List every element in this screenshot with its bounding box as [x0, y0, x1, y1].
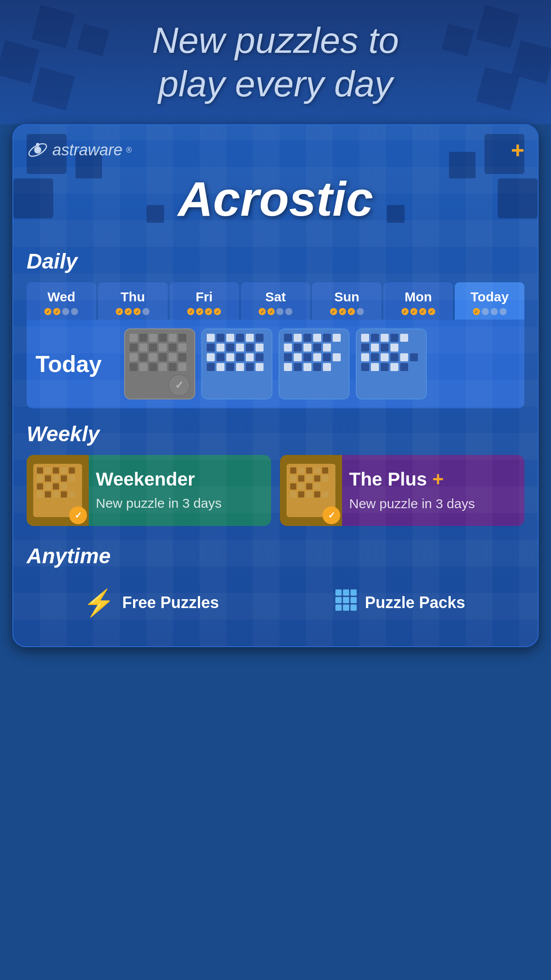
theplus-title: The Plus + [349, 469, 517, 490]
svg-rect-66 [323, 344, 331, 352]
anytime-section: Anytime ⚡ Free Puzzles [27, 544, 524, 628]
svg-rect-14 [169, 344, 177, 352]
svg-rect-10 [130, 344, 138, 352]
puzzle-packs-label: Puzzle Packs [365, 593, 465, 612]
svg-rect-62 [284, 344, 292, 352]
svg-rect-147 [350, 605, 357, 611]
svg-rect-39 [226, 344, 234, 352]
svg-rect-25 [159, 363, 167, 371]
day-tab-fri[interactable]: Fri [169, 282, 239, 320]
svg-rect-37 [207, 344, 215, 352]
svg-rect-144 [350, 597, 357, 603]
svg-rect-50 [216, 363, 224, 371]
day-tab-mon[interactable]: Mon [383, 282, 453, 320]
dot [401, 308, 409, 315]
svg-rect-139 [335, 589, 342, 596]
svg-rect-34 [236, 334, 244, 342]
svg-rect-31 [207, 334, 215, 342]
svg-rect-83 [400, 334, 408, 342]
theplus-card[interactable]: ✓ The Plus + New puzzle in 3 days [280, 455, 524, 526]
day-tab-wed[interactable]: Wed [27, 282, 96, 320]
dot [196, 308, 203, 315]
svg-rect-21 [178, 353, 186, 361]
svg-point-0 [34, 146, 41, 154]
dot [214, 308, 221, 315]
puzzle-thumb-3[interactable] [279, 328, 350, 399]
svg-rect-95 [371, 363, 379, 371]
weekender-title: Weekender [96, 469, 264, 490]
svg-rect-122 [306, 467, 312, 474]
svg-rect-82 [390, 334, 398, 342]
svg-rect-9 [178, 334, 186, 342]
svg-rect-90 [381, 353, 389, 361]
puzzle-thumb-2[interactable] [201, 328, 272, 399]
weekender-card[interactable]: ✓ Weekender New puzzle in 3 days [27, 455, 271, 526]
day-dots-today [457, 308, 522, 315]
svg-rect-76 [313, 363, 321, 371]
svg-rect-26 [169, 363, 177, 371]
svg-rect-49 [207, 363, 215, 371]
svg-rect-17 [139, 353, 147, 361]
svg-rect-5 [139, 334, 147, 342]
game-title: Acrostic [27, 170, 524, 227]
svg-rect-140 [343, 589, 349, 596]
svg-rect-44 [216, 353, 224, 361]
day-tab-today[interactable]: Today [455, 282, 524, 320]
puzzle-thumb-1[interactable]: ✓ [124, 328, 195, 399]
puzzle-packs-nav-item[interactable]: Puzzle Packs [276, 577, 524, 628]
svg-rect-71 [323, 353, 331, 361]
dot [142, 308, 150, 315]
svg-rect-53 [246, 363, 254, 371]
main-card: astraware® + Acrostic Daily Wed Thu [12, 124, 539, 647]
dot [268, 308, 275, 315]
svg-rect-132 [306, 483, 312, 490]
svg-rect-27 [178, 363, 186, 371]
day-tab-sat[interactable]: Sat [241, 282, 311, 320]
day-tab-sun[interactable]: Sun [312, 282, 382, 320]
dot [473, 308, 480, 315]
weekender-info: Weekender New puzzle in 3 days [89, 461, 271, 519]
svg-rect-77 [323, 363, 331, 371]
svg-rect-138 [322, 491, 328, 498]
svg-rect-56 [284, 334, 292, 342]
today-strip: Today [27, 320, 524, 408]
svg-rect-6 [149, 334, 157, 342]
svg-rect-45 [226, 353, 234, 361]
logo-registered: ® [126, 146, 132, 155]
svg-rect-135 [298, 491, 304, 498]
svg-rect-133 [314, 483, 320, 490]
svg-rect-126 [298, 475, 304, 482]
svg-rect-47 [246, 353, 254, 361]
svg-rect-98 [400, 363, 408, 371]
svg-rect-40 [236, 344, 244, 352]
puzzle-thumb-4[interactable] [356, 328, 427, 399]
dot [116, 308, 123, 315]
top-plus-button[interactable]: + [511, 138, 524, 162]
grid-icon [335, 589, 358, 617]
svg-rect-94 [361, 363, 369, 371]
free-puzzles-nav-item[interactable]: ⚡ Free Puzzles [27, 577, 276, 628]
svg-rect-41 [246, 344, 254, 352]
svg-rect-130 [290, 483, 296, 490]
logo-area: astraware® + [27, 138, 524, 162]
svg-rect-86 [381, 344, 389, 352]
svg-rect-115 [45, 491, 51, 498]
svg-rect-93 [410, 353, 418, 361]
svg-rect-104 [69, 467, 75, 474]
day-label-thu: Thu [101, 289, 165, 304]
dot [428, 308, 435, 315]
theplus-info: The Plus + New puzzle in 3 days [342, 461, 524, 520]
svg-rect-7 [159, 334, 167, 342]
svg-rect-35 [246, 334, 254, 342]
svg-rect-123 [314, 467, 320, 474]
dot [410, 308, 417, 315]
weekly-section: Weekly [27, 422, 524, 526]
logo: astraware® [27, 139, 132, 161]
dot [125, 308, 132, 315]
svg-rect-54 [256, 363, 264, 371]
svg-rect-67 [284, 353, 292, 361]
svg-rect-73 [284, 363, 292, 371]
bottom-nav: ⚡ Free Puzzles [27, 577, 524, 628]
day-tab-thu[interactable]: Thu [98, 282, 168, 320]
svg-rect-8 [169, 334, 177, 342]
